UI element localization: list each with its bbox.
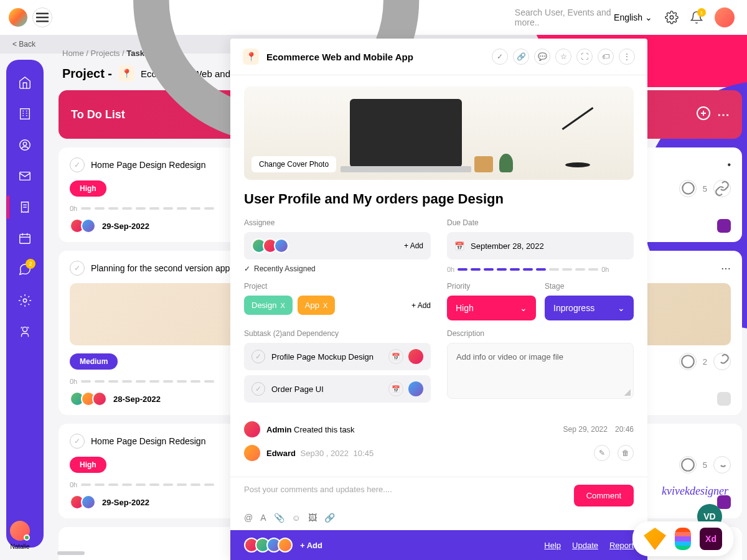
- chat-badge: 2: [26, 259, 35, 269]
- assignee-avatars[interactable]: [70, 495, 96, 510]
- subtask-item[interactable]: ✓ Order Page UI 📅: [244, 375, 431, 403]
- settings-icon[interactable]: [665, 11, 679, 24]
- svg-point-27: [682, 355, 694, 368]
- sidebar-user-profile[interactable]: Natalie: [10, 521, 30, 550]
- calendar-icon: 📅: [454, 241, 464, 251]
- help-link[interactable]: Help: [544, 541, 561, 550]
- report-link[interactable]: Report: [609, 541, 634, 550]
- star-icon[interactable]: ☆: [555, 49, 571, 65]
- text-format-icon[interactable]: A: [260, 513, 266, 523]
- stage-select[interactable]: Inprogress⌄: [545, 296, 634, 320]
- more-icon[interactable]: •: [727, 159, 731, 170]
- priority-chip: Medium: [70, 353, 118, 370]
- pin-icon: 📍: [243, 49, 259, 65]
- svg-rect-15: [20, 172, 31, 180]
- attach-icon[interactable]: 📎: [274, 513, 284, 523]
- comment-icon[interactable]: [679, 180, 697, 197]
- remove-tag-icon[interactable]: X: [280, 302, 284, 309]
- emoji-icon[interactable]: ☺: [292, 513, 301, 523]
- comment-icon[interactable]: [679, 456, 697, 474]
- comment-icon[interactable]: [679, 353, 697, 370]
- scrollbar[interactable]: [57, 551, 85, 555]
- image-icon[interactable]: 🖼: [308, 513, 317, 523]
- sidebar-chat-icon[interactable]: 2: [18, 263, 32, 276]
- link-icon[interactable]: 🔗: [513, 49, 529, 65]
- language-selector[interactable]: English ⌄: [614, 12, 652, 22]
- edit-icon[interactable]: ✎: [594, 445, 610, 461]
- link-icon[interactable]: 🔗: [324, 513, 335, 523]
- tag-app[interactable]: AppX: [298, 296, 335, 315]
- description-field[interactable]: Add info or video or image file: [447, 343, 634, 399]
- checkbox-icon[interactable]: ✓: [251, 382, 265, 396]
- link-icon[interactable]: [713, 353, 731, 370]
- tag-design[interactable]: DesignX: [244, 296, 293, 315]
- svg-point-23: [22, 327, 27, 332]
- activity-item: Admin Created this task Sep 29, 202220:4…: [244, 418, 634, 441]
- app-logo[interactable]: [9, 8, 27, 27]
- subtask-item[interactable]: ✓ Profile Page Mockup Design 📅: [244, 343, 431, 370]
- checkbox-icon[interactable]: ✓: [70, 261, 85, 276]
- expand-icon[interactable]: ⛶: [576, 49, 593, 65]
- sidebar-gear-icon[interactable]: [18, 294, 32, 307]
- xd-logo: Xd: [700, 528, 722, 550]
- designer-credit: kvivekdesigner: [662, 485, 728, 498]
- priority-select[interactable]: High⌄: [447, 296, 536, 320]
- sidebar-calendar-icon[interactable]: [18, 231, 32, 245]
- sidebar-mail-icon[interactable]: [18, 169, 32, 183]
- sidebar: 2: [6, 60, 44, 548]
- comment-button[interactable]: Comment: [574, 485, 634, 506]
- comment-input[interactable]: Post your comments and updates here....: [244, 485, 566, 494]
- recently-assigned: Recently Assigned: [244, 264, 431, 273]
- notification-badge: 1: [697, 8, 706, 17]
- user-avatar[interactable]: [715, 7, 735, 27]
- add-assignee-button[interactable]: + Add: [404, 241, 423, 250]
- footer-add-button[interactable]: + Add: [300, 541, 322, 550]
- calendar-icon[interactable]: 📅: [388, 349, 403, 364]
- remove-tag-icon[interactable]: X: [323, 302, 327, 309]
- change-cover-button[interactable]: Change Cover Photo: [251, 156, 336, 172]
- link-icon[interactable]: [713, 456, 731, 474]
- sketch-logo: [644, 528, 666, 550]
- due-progress: 0h 0h: [447, 266, 634, 273]
- checkbox-icon[interactable]: ✓: [251, 350, 265, 363]
- tag-icon[interactable]: 🏷: [598, 49, 614, 65]
- check-icon[interactable]: ✓: [492, 49, 508, 65]
- link-icon[interactable]: [713, 180, 731, 197]
- avatar: [244, 421, 260, 437]
- activity-log: Admin Created this task Sep 29, 202220:4…: [244, 418, 634, 465]
- due-date-field[interactable]: 📅 September 28, 2022: [447, 232, 634, 259]
- assignee-avatars[interactable]: [70, 391, 107, 406]
- sidebar-home-icon[interactable]: [18, 76, 32, 90]
- chevron-down-icon: ⌄: [645, 12, 652, 22]
- more-icon[interactable]: ⋯: [721, 263, 731, 274]
- checkbox-icon[interactable]: ✓: [70, 434, 85, 449]
- calendar-icon[interactable]: 📅: [388, 381, 403, 396]
- sidebar-user-name: Natalie: [10, 543, 30, 550]
- cover-image: Change Cover Photo: [244, 86, 634, 180]
- search-placeholder: Search User, Events and more..: [515, 7, 614, 27]
- svg-point-28: [682, 459, 694, 471]
- add-tag-button[interactable]: + Add: [411, 301, 431, 310]
- more-icon[interactable]: ⋮: [619, 49, 635, 65]
- mention-icon[interactable]: @: [244, 513, 253, 523]
- svg-rect-6: [21, 109, 30, 119]
- task-detail-panel: 📍 Ecommerce Web and Mobile App ✓ 🔗 💬 ☆ ⛶…: [230, 39, 647, 560]
- sidebar-support-icon[interactable]: [18, 325, 32, 338]
- sidebar-building-icon[interactable]: [18, 107, 32, 121]
- sidebar-user-icon[interactable]: [18, 138, 32, 152]
- add-task-button[interactable]: [696, 106, 711, 124]
- notifications-icon[interactable]: 1: [690, 11, 703, 24]
- figma-logo: [675, 528, 691, 550]
- svg-point-14: [23, 142, 27, 146]
- menu-toggle-button[interactable]: [32, 7, 52, 27]
- svg-point-5: [670, 16, 674, 19]
- avatar: [408, 349, 423, 364]
- avatar: [244, 445, 260, 461]
- update-link[interactable]: Update: [572, 541, 598, 550]
- panel-header: 📍 Ecommerce Web and Mobile App ✓ 🔗 💬 ☆ ⛶…: [230, 39, 647, 75]
- more-icon[interactable]: ⋯: [717, 107, 730, 122]
- sidebar-receipt-icon[interactable]: [18, 200, 32, 214]
- assignee-field[interactable]: + Add: [244, 232, 431, 259]
- chat-icon[interactable]: 💬: [534, 49, 550, 65]
- delete-icon[interactable]: 🗑: [618, 445, 634, 461]
